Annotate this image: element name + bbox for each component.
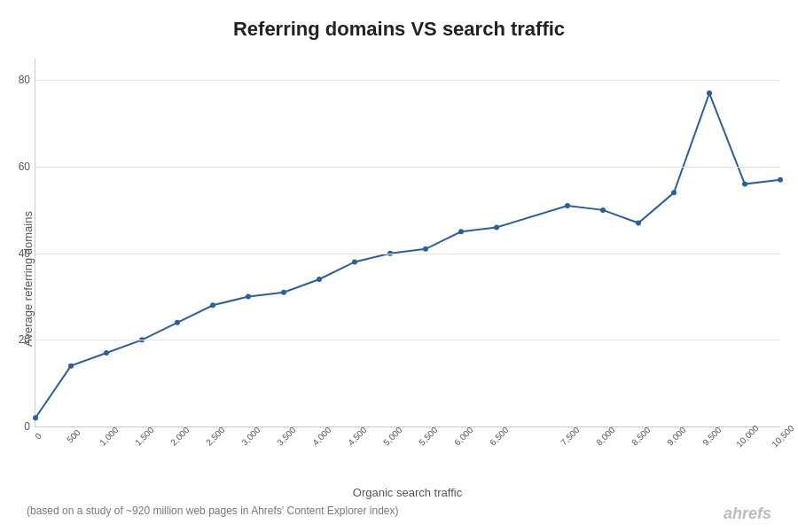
x-tick-label: 10,500 [770,423,795,449]
x-axis-label: Organic search traffic [35,486,780,499]
x-tick-label: 6,000 [452,425,474,447]
y-tick-label: 60 [19,160,30,173]
svg-point-2 [104,350,109,356]
footer-note: (based on a study of ~920 million web pa… [27,505,399,523]
x-tick-label: 8,000 [594,425,616,447]
svg-point-0 [33,415,38,420]
svg-point-5 [210,302,215,308]
y-tick-label: 80 [19,74,30,86]
svg-point-8 [317,277,322,282]
svg-point-14 [565,203,570,208]
x-tick-label: 9,500 [700,425,723,447]
chart-title: Referring domains VS search traffic [233,18,565,41]
svg-point-16 [636,221,641,226]
x-tick-label: 4,000 [310,425,332,447]
y-tick-label: 20 [19,333,30,346]
svg-point-13 [494,224,499,230]
x-tick-label: 5,000 [381,425,403,447]
svg-point-9 [352,259,357,264]
x-tick-label: 10,000 [734,423,760,449]
x-tick-label: 5,500 [417,425,439,447]
chart-and-xaxis: 020406080 05001,0001,5002,0002,5003,0003… [35,59,780,499]
grid-line [35,80,780,81]
svg-point-20 [778,177,783,183]
x-tick-label: 3,000 [239,425,262,447]
svg-point-19 [742,182,747,187]
y-tick-label: 40 [19,247,30,260]
svg-point-1 [68,364,74,369]
svg-point-17 [671,190,677,195]
x-tick-label: 8,500 [630,425,652,447]
svg-point-7 [281,290,286,295]
x-tick-label: 0 [33,431,43,442]
x-tick-label: 3,500 [275,425,297,447]
chart-container: 020406080 [35,59,780,427]
footer-brand: ahrefs [724,505,771,523]
line-chart [35,59,780,426]
x-tick-label: 2,500 [204,425,226,447]
svg-point-18 [707,90,712,96]
svg-point-11 [423,246,428,252]
chart-area: Average referring domains 020406080 0500… [18,59,780,499]
x-tick-label: 7,500 [559,425,581,447]
x-axis-ticks: 05001,0001,5002,0002,5003,0003,5004,0004… [35,427,780,454]
x-tick-label: 9,000 [665,425,687,447]
svg-point-15 [600,207,606,213]
y-axis-label: Average referring domains [18,59,35,499]
x-tick-label: 500 [65,427,82,445]
grid-line [35,340,780,340]
svg-point-6 [246,294,251,300]
x-tick-label: 1,500 [133,425,155,447]
x-tick-label: 4,500 [346,425,368,447]
x-tick-label: 2,000 [168,425,191,447]
footer: (based on a study of ~920 million web pa… [18,505,780,523]
x-tick-label: 1,000 [98,425,120,447]
grid-line [35,167,780,168]
page: Referring domains VS search traffic Aver… [0,0,798,532]
y-tick-label: 0 [24,420,30,433]
svg-point-4 [175,320,180,325]
grid-line [35,254,780,254]
svg-point-12 [458,229,464,234]
x-tick-label: 6,500 [488,425,510,447]
